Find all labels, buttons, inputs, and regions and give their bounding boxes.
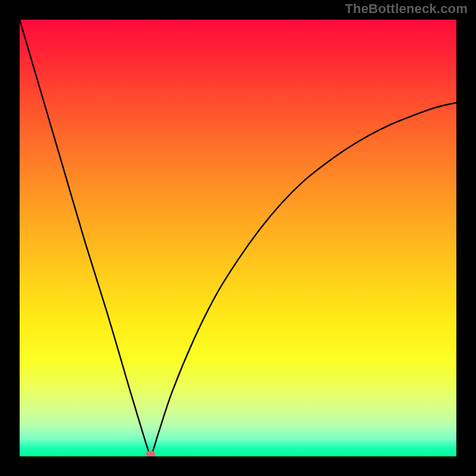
plot-area [20,20,456,456]
minimum-marker [146,451,155,457]
bottleneck-curve [20,20,456,456]
watermark-label: TheBottleneck.com [345,1,468,17]
chart-frame: TheBottleneck.com [0,0,476,476]
